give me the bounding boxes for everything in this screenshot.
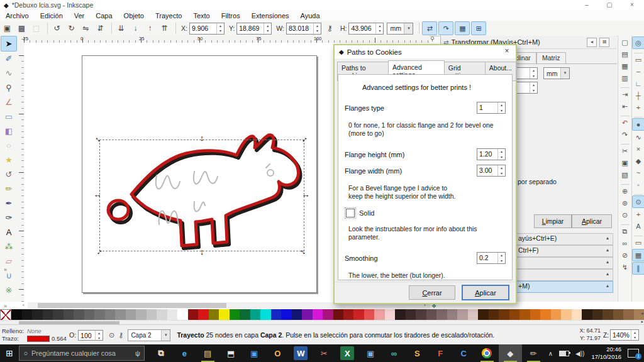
import-icon[interactable]: ⇥ [619,89,631,100]
lock-ratio-icon[interactable]: ⚷ [323,22,336,35]
taskbar-cura[interactable]: C [452,344,475,362]
toolbox-more-icon[interactable]: » [4,303,7,309]
taskbar-store[interactable]: ⬒ [219,344,243,362]
clear-button[interactable]: Limpiar [534,214,572,228]
spin-buttons[interactable] [313,23,321,34]
battery-icon[interactable] [559,351,569,356]
calligraphy-tool[interactable]: ✑ [1,211,16,225]
color-swatch[interactable] [509,309,519,320]
color-swatch[interactable] [551,309,561,320]
redo-icon[interactable]: ↷ [619,129,631,140]
color-swatch[interactable] [198,309,208,320]
color-swatch[interactable] [230,309,240,320]
separator[interactable] [43,23,48,34]
color-swatch[interactable] [105,309,115,320]
color-swatch[interactable] [602,309,613,320]
menu-item[interactable]: Edición [35,12,69,19]
color-swatch[interactable] [582,309,592,320]
volume-icon[interactable]: ◀)) [575,350,584,357]
snap-enable-icon[interactable]: ◎ [632,36,644,49]
color-swatch[interactable] [74,309,84,320]
spray-tool[interactable]: ⁂ [1,239,16,254]
color-swatch[interactable] [478,309,488,320]
color-swatch[interactable] [374,309,384,320]
color-swatch[interactable] [32,309,42,320]
selection-handle-n[interactable]: ↕ [197,134,206,143]
color-swatch[interactable] [157,309,167,320]
raise-icon[interactable]: ↑ [143,22,157,35]
spin-buttons[interactable] [497,253,505,263]
spin-buttons[interactable] [497,102,505,113]
color-swatch[interactable] [43,309,53,320]
layer-lock-icon[interactable]: ⚷ [118,331,123,339]
layer-visibility-icon[interactable]: ⊙ [109,331,114,339]
microphone-icon[interactable]: ψ [135,349,140,357]
selection-box[interactable]: ↔↕↔↔↔↔↕↔ [99,140,304,251]
color-swatch[interactable] [499,309,509,320]
taskbar-sublime[interactable]: S [406,344,429,362]
pencil-tool[interactable]: ✏ [1,182,16,196]
separator[interactable] [621,112,630,116]
separator[interactable] [172,23,176,34]
selection-handle-w[interactable]: ↔ [93,190,102,199]
menu-item[interactable]: Ayuda [295,12,326,19]
action-center-icon[interactable]: 1 [628,349,639,358]
apply-separately-checkbox-label[interactable]: por separado [518,178,557,185]
color-swatch[interactable] [281,309,291,320]
color-swatch[interactable] [416,309,426,320]
tweak-tool[interactable]: ∿ [1,66,16,80]
clone-icon[interactable]: ∞ [619,238,631,249]
color-swatch[interactable] [489,309,499,320]
close-button[interactable]: × [623,0,641,10]
color-swatch[interactable] [364,309,374,320]
move-patterns-icon[interactable]: ⊞ [471,21,486,35]
taskbar-word[interactable]: W [289,344,313,362]
scroll-left-icon[interactable]: ‹ [23,302,25,309]
fill-stroke-indicator[interactable]: Relleno: None Trazo: 0.564 [0,327,67,343]
menu-item[interactable]: Capa [90,12,118,19]
color-swatch[interactable] [540,309,550,320]
select-all-layers-icon[interactable]: ▩ [15,22,28,35]
minimize-button[interactable]: – [577,0,596,10]
selection-handle-e[interactable]: ↔ [301,190,310,199]
color-swatch[interactable] [115,309,125,320]
panel-apply-button[interactable]: Aplicar [572,214,612,228]
menu-item[interactable]: Filtros [216,12,246,19]
color-swatch[interactable] [271,309,281,320]
smoothing-input[interactable]: 0.2 [477,252,506,264]
color-swatch[interactable] [395,309,405,320]
undo-icon[interactable]: ↶ [619,117,631,128]
snap-bbox-corners-icon[interactable]: ∟ [633,78,644,89]
deselect-icon[interactable]: ⬚ [30,22,43,35]
pen-tool[interactable]: ✒ [1,196,16,211]
open-document-icon[interactable]: ▤ [619,48,631,60]
rotate-cw-icon[interactable]: ↻ [65,22,78,35]
zoom-input[interactable]: 140% [610,329,639,341]
taskbar-outlook[interactable]: O [266,344,289,362]
color-swatch[interactable] [53,309,63,320]
spiral-tool[interactable]: ↺ [1,167,16,182]
dialog-close-button[interactable]: × [502,47,512,55]
x-input[interactable]: 9.906 [189,23,225,35]
spin-buttons[interactable] [497,165,505,176]
measure-tool[interactable]: ∠ [1,95,16,109]
color-swatch[interactable] [353,309,364,320]
w-input[interactable]: 83.018 [286,23,321,35]
tab-matriz[interactable]: Matriz [536,52,566,64]
lower-to-bottom-icon[interactable]: ⇊ [114,22,128,35]
taskbar-task-view[interactable]: ⧉ [150,344,173,362]
taskbar-silhouette[interactable]: ✂ [313,344,336,362]
taskbar-file-explorer[interactable]: ▤ [196,344,219,362]
spin-buttons[interactable] [264,23,271,34]
color-swatch[interactable] [94,309,104,320]
snap-nodes-icon[interactable]: ● [632,118,644,131]
spin-buttons[interactable] [375,23,383,34]
taskbar-excel[interactable]: X [336,344,359,362]
color-swatch[interactable] [302,309,312,320]
color-swatch[interactable] [219,309,229,320]
start-button[interactable]: ⊞ [0,344,19,362]
separator[interactable] [634,50,643,53]
y-input[interactable]: 18.869 [236,23,272,35]
snap-text-baseline-icon[interactable]: A [633,221,644,232]
units-dropdown[interactable]: mm▾ [387,23,413,35]
